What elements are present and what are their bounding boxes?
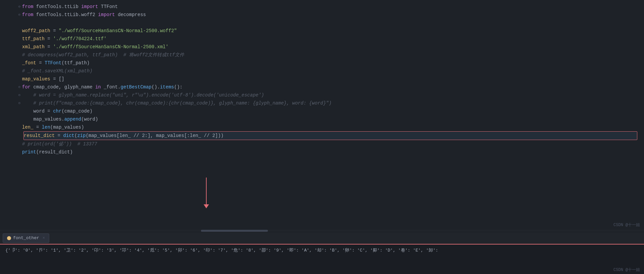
code-line: len_ = len(map_values) — [0, 123, 644, 131]
code-line: ⊖ # word = glyph_name.replace("uni", r"\… — [0, 91, 644, 99]
output-dict: {'卩': '0', '卪': '1', '卫': '2', '卬': '3',… — [5, 248, 438, 253]
code-line: # print(ord('佖')) # 13377 — [0, 140, 644, 148]
code-content: print(result_dict) — [22, 148, 639, 156]
code-line: ⊖ from fontTools.ttLib import TTFont — [0, 3, 644, 11]
code-line: ⊖ from fontTools.ttLib.woff2 import deco… — [0, 11, 644, 19]
code-content — [22, 19, 639, 27]
code-content: from fontTools.ttLib.woff2 import decomp… — [22, 11, 639, 19]
watermark: CSDN @十一姐 — [614, 222, 640, 228]
code-line: ⊖ # print(f"cmap_code:{cmap_code}, chr(c… — [0, 99, 644, 107]
code-content: ttf_path = './woff/704224.ttf' — [22, 35, 639, 43]
tab-bar: font_other × — [0, 232, 644, 244]
editor-area: ⊖ from fontTools.ttLib import TTFont ⊖ f… — [0, 0, 644, 230]
arrow-line — [206, 178, 207, 204]
code-line: xml_path = './woff/fSourceHanSansCN-Norm… — [0, 43, 644, 51]
code-content: xml_path = './woff/fSourceHanSansCN-Norm… — [22, 43, 639, 51]
fold-icon[interactable]: ⊖ — [17, 3, 22, 11]
code-content: word = chr(cmap_code) — [22, 107, 639, 115]
code-line: print(result_dict) — [0, 148, 644, 156]
code-content: _font = TTFont(ttf_path) — [22, 59, 639, 67]
code-line — [0, 19, 644, 27]
code-line: # decompress(woff2_path, ttf_path) # 将wo… — [0, 51, 644, 59]
tab-label: font_other — [13, 235, 39, 241]
code-content: # word = glyph_name.replace("uni", r"\u"… — [22, 91, 639, 99]
code-line: ttf_path = './woff/704224.ttf' — [0, 35, 644, 43]
code-content: # decompress(woff2_path, ttf_path) # 将wo… — [22, 51, 639, 59]
fold-icon[interactable]: ⊖ — [17, 83, 22, 91]
code-content: len_ = len(map_values) — [22, 123, 639, 131]
code-content: from fontTools.ttLib import TTFont — [22, 3, 639, 11]
code-content: for cmap_code, glyph_name in _font.getBe… — [22, 83, 639, 91]
output-area: {'卩': '0', '卪': '1', '卫': '2', '卬': '3',… — [0, 244, 644, 274]
fold-icon[interactable]: ⊖ — [17, 11, 22, 19]
code-line: map_values.append(word) — [0, 115, 644, 123]
tab-close-button[interactable]: × — [43, 236, 45, 241]
fold-icon[interactable]: ⊖ — [17, 91, 22, 99]
code-line: map_values = [] — [0, 75, 644, 83]
tab-font-other[interactable]: font_other × — [3, 233, 49, 243]
code-line: word = chr(cmap_code) — [0, 107, 644, 115]
code-line: woff2_path = "./woff/SourceHanSansCN-Nor… — [0, 27, 644, 35]
code-content: # print(ord('佖')) # 13377 — [22, 140, 639, 148]
output-content: {'卩': '0', '卪': '1', '卫': '2', '卬': '3',… — [0, 245, 644, 256]
fold-icon[interactable]: ⊖ — [17, 99, 22, 107]
code-content: result_dict = dict(zip(map_values[len_ /… — [23, 131, 637, 140]
code-line-highlighted: result_dict = dict(zip(map_values[len_ /… — [0, 131, 644, 140]
code-content: map_values.append(word) — [22, 115, 639, 123]
code-container: ⊖ from fontTools.ttLib import TTFont ⊖ f… — [0, 0, 644, 159]
tab-icon — [7, 236, 11, 240]
arrow-indicator — [204, 178, 209, 208]
code-line: _font = TTFont(ttf_path) — [0, 59, 644, 67]
code-line: ⊖ for cmap_code, glyph_name in _font.get… — [0, 83, 644, 91]
watermark-bottom: CSDN @十一姐 — [614, 267, 640, 273]
code-content: woff2_path = "./woff/SourceHanSansCN-Nor… — [22, 27, 639, 35]
arrow-head — [204, 204, 209, 208]
code-content: map_values = [] — [22, 75, 639, 83]
code-content: # print(f"cmap_code:{cmap_code}, chr(cma… — [22, 99, 639, 107]
code-line: # _font.saveXML(xml_path) — [0, 67, 644, 75]
code-content: # _font.saveXML(xml_path) — [22, 67, 639, 75]
